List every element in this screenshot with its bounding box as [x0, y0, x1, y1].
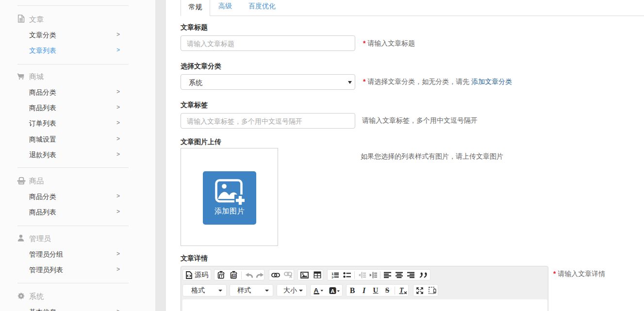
svg-text:T: T [399, 287, 404, 294]
svg-text:2: 2 [331, 275, 334, 278]
svg-text:A: A [314, 287, 319, 294]
svg-text:W: W [232, 275, 236, 278]
svg-text:A: A [330, 288, 334, 294]
svg-text:T: T [220, 274, 223, 278]
